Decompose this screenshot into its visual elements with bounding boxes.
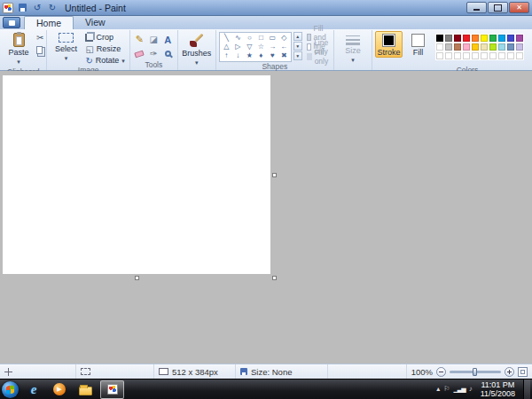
paste-button[interactable]: Paste <box>3 31 35 67</box>
palette-color-swatch[interactable] <box>497 51 506 60</box>
palette-color-swatch[interactable] <box>462 43 471 51</box>
canvas-resize-handle-right[interactable] <box>272 173 277 177</box>
minimize-button[interactable] <box>466 2 487 13</box>
tab-view[interactable]: View <box>74 16 117 29</box>
show-hidden-icons-chevron-icon[interactable]: ▴ <box>436 386 440 393</box>
redo-button[interactable]: ↻ <box>46 2 59 13</box>
save-button[interactable] <box>16 2 28 13</box>
rotate-button[interactable]: ↻ Rotate <box>83 55 126 66</box>
fit-to-window-button[interactable] <box>518 367 528 377</box>
taskbar-item-paint-active[interactable] <box>100 380 124 399</box>
fill-tool-button[interactable]: ◪ <box>147 33 160 46</box>
palette-color-swatch[interactable] <box>515 51 524 60</box>
drawing-canvas[interactable] <box>3 75 270 274</box>
undo-button[interactable]: ↺ <box>31 2 43 13</box>
shapes-scroll-down-button[interactable]: ▼ <box>293 42 302 51</box>
zoom-slider[interactable] <box>450 371 501 373</box>
palette-color-swatch[interactable] <box>471 51 480 60</box>
palette-color-swatch[interactable] <box>435 43 444 51</box>
resize-button[interactable]: ◱ Resize <box>83 43 126 54</box>
shape-icon[interactable]: ▭ <box>267 34 278 43</box>
palette-color-swatch[interactable] <box>506 51 515 60</box>
palette-color-swatch[interactable] <box>497 43 506 51</box>
show-desktop-button[interactable] <box>523 379 530 399</box>
palette-color-swatch[interactable] <box>489 34 497 43</box>
crop-button[interactable]: Crop <box>83 32 126 43</box>
palette-color-swatch[interactable] <box>506 43 515 51</box>
palette-color-swatch[interactable] <box>471 34 480 43</box>
paint-app-icon[interactable] <box>3 3 13 13</box>
palette-color-swatch[interactable] <box>506 34 515 43</box>
maximize-button[interactable] <box>488 2 508 13</box>
zoom-out-button[interactable] <box>436 367 446 377</box>
shape-icon[interactable]: ♥ <box>267 51 278 60</box>
canvas-resize-handle-corner[interactable] <box>272 276 277 280</box>
shape-icon[interactable]: □ <box>255 34 267 43</box>
tab-home[interactable]: Home <box>24 16 74 29</box>
palette-color-swatch[interactable] <box>515 34 524 43</box>
palette-color-swatch[interactable] <box>515 43 524 51</box>
taskbar-item-internet-explorer[interactable]: e <box>23 380 44 398</box>
shape-icon[interactable]: ╲ <box>221 34 232 43</box>
cut-icon[interactable]: ✂ <box>36 34 43 43</box>
edit-colors-button[interactable]: Edit colors <box>528 31 532 66</box>
text-tool-button[interactable]: A <box>161 33 175 46</box>
color-picker-tool-button[interactable]: ✑ <box>147 47 160 60</box>
shape-icon[interactable]: → <box>267 43 278 51</box>
application-menu-button[interactable] <box>3 17 20 28</box>
brushes-button[interactable]: Brushes <box>181 31 213 68</box>
palette-color-swatch[interactable] <box>462 51 471 60</box>
taskbar-item-explorer[interactable] <box>74 380 96 398</box>
shape-icon[interactable]: ✖ <box>278 51 290 60</box>
stroke-color-button[interactable]: Stroke <box>375 31 403 58</box>
taskbar-item-media-player[interactable]: ▶ <box>49 380 70 398</box>
eraser-tool-button[interactable] <box>133 47 146 60</box>
shape-icon[interactable]: ↑ <box>221 51 232 60</box>
shape-icon[interactable]: △ <box>221 43 232 51</box>
palette-color-swatch[interactable] <box>489 43 497 51</box>
magnifier-tool-button[interactable] <box>161 47 175 60</box>
palette-color-swatch[interactable] <box>453 34 462 43</box>
close-button[interactable] <box>509 2 529 13</box>
action-center-flag-icon[interactable]: ⚐ <box>443 386 450 393</box>
shape-icon[interactable]: ☆ <box>255 43 267 51</box>
shapes-more-button[interactable]: ▼ <box>293 51 302 60</box>
palette-color-swatch[interactable] <box>435 34 444 43</box>
shape-icon[interactable]: ∿ <box>232 34 244 43</box>
fill-color-button[interactable]: Fill <box>404 31 432 58</box>
palette-color-swatch[interactable] <box>435 51 444 60</box>
palette-color-swatch[interactable] <box>489 51 497 60</box>
palette-color-swatch[interactable] <box>453 43 462 51</box>
volume-icon[interactable]: ♪ <box>469 386 473 393</box>
start-button[interactable] <box>2 381 19 398</box>
palette-color-swatch[interactable] <box>480 34 489 43</box>
taskbar-clock[interactable]: 11:01 PM 11/5/2008 <box>481 380 515 398</box>
zoom-slider-thumb[interactable] <box>473 368 477 376</box>
shape-icon[interactable]: ← <box>278 43 290 51</box>
canvas-resize-handle-bottom[interactable] <box>135 276 139 280</box>
shape-icon[interactable]: ◇ <box>278 34 290 43</box>
shapes-scroll-up-button[interactable]: ▲ <box>293 32 302 41</box>
size-button[interactable]: Size <box>337 31 369 66</box>
palette-color-swatch[interactable] <box>480 43 489 51</box>
shape-icon[interactable]: ▷ <box>232 43 244 51</box>
palette-color-swatch[interactable] <box>480 51 489 60</box>
shape-icon[interactable]: ○ <box>244 34 255 43</box>
palette-color-swatch[interactable] <box>444 34 453 43</box>
select-button[interactable]: Select <box>50 31 82 64</box>
palette-color-swatch[interactable] <box>444 43 453 51</box>
fill-only-option[interactable]: Fill only <box>307 52 331 60</box>
shape-icon[interactable]: ★ <box>244 51 255 60</box>
palette-color-swatch[interactable] <box>453 51 462 60</box>
shape-icon[interactable]: ▽ <box>244 43 255 51</box>
zoom-in-button[interactable] <box>505 367 514 377</box>
network-icon[interactable]: ▁▃▅ <box>453 386 465 393</box>
palette-color-swatch[interactable] <box>444 51 453 60</box>
shape-icon[interactable]: ♦ <box>255 51 267 60</box>
pencil-tool-button[interactable]: ✎ <box>133 33 146 46</box>
palette-color-swatch[interactable] <box>471 43 480 51</box>
palette-color-swatch[interactable] <box>497 34 506 43</box>
shape-icon[interactable]: ↓ <box>232 51 244 60</box>
copy-icon[interactable] <box>36 46 43 54</box>
palette-color-swatch[interactable] <box>462 34 471 43</box>
